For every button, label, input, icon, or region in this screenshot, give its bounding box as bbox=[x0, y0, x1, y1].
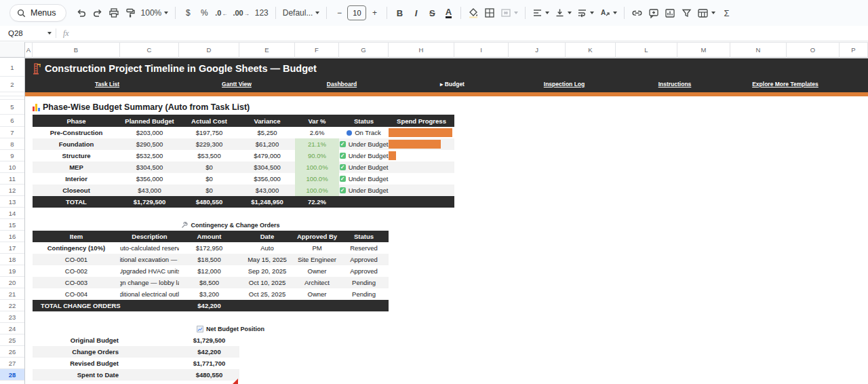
undo-button[interactable] bbox=[73, 4, 90, 22]
banner-cell[interactable]: Construction Project Timeline in Google … bbox=[25, 58, 868, 92]
bold-button[interactable]: B bbox=[391, 4, 408, 22]
nav-task-list[interactable]: Task List bbox=[95, 81, 119, 88]
row-header-14[interactable]: 14 bbox=[0, 208, 24, 219]
row-header-24[interactable]: 24 bbox=[0, 323, 24, 334]
text-wrap-button[interactable] bbox=[574, 4, 597, 22]
budget-summary-table: Phase Planned Budget Actual Cost Varianc… bbox=[33, 115, 454, 208]
row-header-13[interactable]: 13 bbox=[0, 196, 24, 208]
column-header-D[interactable]: D bbox=[179, 42, 239, 58]
row-header-9[interactable]: 9 bbox=[0, 150, 24, 161]
column-header-M[interactable]: M bbox=[677, 42, 730, 58]
under-budget-icon: ✓ bbox=[340, 164, 346, 170]
net-position-title[interactable]: Net Budget Position bbox=[136, 323, 326, 334]
format-currency-button[interactable]: $ bbox=[180, 4, 196, 22]
row-header-23[interactable]: 23 bbox=[0, 311, 24, 323]
row-header-5[interactable]: 5 bbox=[0, 100, 24, 115]
strikethrough-button[interactable]: S bbox=[424, 4, 440, 22]
nav-instructions[interactable]: Instructions bbox=[658, 81, 692, 88]
table-views-icon bbox=[697, 8, 709, 18]
row-header-25[interactable]: 25 bbox=[0, 334, 24, 346]
row-header-15[interactable]: 15 bbox=[0, 219, 24, 231]
zoom-selector[interactable]: 100% bbox=[138, 4, 172, 22]
spend-progress-bar bbox=[389, 151, 396, 160]
name-box[interactable]: Q28 bbox=[0, 29, 52, 37]
menus-button[interactable]: Menus bbox=[9, 4, 66, 22]
row-header-21[interactable]: 21 bbox=[0, 288, 24, 300]
row-header-27[interactable]: 27 bbox=[0, 358, 24, 369]
column-headers: ABCDEFGHIJKLMNOP bbox=[25, 42, 868, 58]
column-header-H[interactable]: H bbox=[389, 42, 454, 58]
row-header-19[interactable]: 19 bbox=[0, 265, 24, 277]
insert-chart-button[interactable] bbox=[662, 4, 678, 22]
row-header-6[interactable]: 6 bbox=[0, 115, 24, 127]
more-formats-button[interactable]: 123 bbox=[252, 4, 271, 22]
column-header-L[interactable]: L bbox=[616, 42, 677, 58]
row-header-28[interactable]: 28 bbox=[0, 369, 24, 381]
divider bbox=[624, 7, 625, 19]
column-header-F[interactable]: F bbox=[295, 42, 339, 58]
increase-font-size-button[interactable]: + bbox=[366, 4, 382, 22]
nav-budget-active[interactable]: ▸ Budget bbox=[440, 81, 465, 88]
nav-gantt-view[interactable]: Gantt View bbox=[222, 81, 252, 88]
row-header-8[interactable]: 8 bbox=[0, 138, 24, 150]
chevron-down-icon bbox=[514, 12, 518, 14]
column-header-I[interactable]: I bbox=[454, 42, 509, 58]
italic-button[interactable]: I bbox=[408, 4, 424, 22]
row-header-18[interactable]: 18 bbox=[0, 254, 24, 265]
fill-color-button[interactable] bbox=[465, 4, 481, 22]
change-orders-title[interactable]: Contingency & Change Orders bbox=[136, 219, 326, 231]
column-header-G[interactable]: G bbox=[339, 42, 389, 58]
text-color-button[interactable]: A bbox=[440, 4, 456, 22]
increase-decimal-button[interactable]: .00→ bbox=[230, 4, 252, 22]
insert-comment-button[interactable] bbox=[646, 4, 662, 22]
paint-roller-icon bbox=[125, 7, 136, 18]
column-header-B[interactable]: B bbox=[33, 42, 120, 58]
row-header-1[interactable]: 1 bbox=[0, 58, 24, 77]
budget-summary-title[interactable]: Phase-Wise Budget Summary (Auto from Tas… bbox=[33, 100, 250, 115]
row-header-2[interactable]: 2 bbox=[0, 77, 24, 92]
font-selector[interactable]: Defaul... bbox=[280, 4, 323, 22]
column-header-E[interactable]: E bbox=[239, 42, 295, 58]
table-views-button[interactable] bbox=[694, 4, 718, 22]
column-header-C[interactable]: C bbox=[120, 42, 179, 58]
nav-dashboard[interactable]: Dashboard bbox=[327, 81, 357, 88]
select-all-corner[interactable] bbox=[0, 42, 25, 58]
column-header-A[interactable]: A bbox=[25, 42, 33, 58]
format-percent-button[interactable]: % bbox=[196, 4, 212, 22]
paint-format-button[interactable] bbox=[122, 4, 138, 22]
row-header-16[interactable]: 16 bbox=[0, 231, 24, 242]
nav-inspection-log[interactable]: Inspection Log bbox=[544, 81, 585, 88]
column-header-K[interactable]: K bbox=[566, 42, 616, 58]
vertical-align-button[interactable] bbox=[552, 4, 574, 22]
row-header-11[interactable]: 11 bbox=[0, 173, 24, 185]
column-header-P[interactable]: P bbox=[840, 42, 868, 58]
search-icon bbox=[17, 9, 26, 18]
under-budget-icon: ✓ bbox=[340, 176, 346, 182]
nav-explore-templates[interactable]: Explore More Templates bbox=[752, 81, 818, 88]
row-header-10[interactable]: 10 bbox=[0, 161, 24, 173]
spend-progress-bar bbox=[389, 140, 441, 149]
row-header-12[interactable]: 12 bbox=[0, 185, 24, 196]
insert-link-button[interactable] bbox=[629, 4, 646, 22]
row-header-26[interactable]: 26 bbox=[0, 346, 24, 358]
functions-button[interactable]: Σ bbox=[718, 4, 734, 22]
font-size-input[interactable]: 10 bbox=[347, 5, 366, 20]
text-rotation-button[interactable]: A bbox=[597, 4, 620, 22]
horizontal-align-button[interactable] bbox=[530, 4, 552, 22]
column-header-N[interactable]: N bbox=[730, 42, 787, 58]
row-header-20[interactable]: 20 bbox=[0, 277, 24, 288]
column-header-J[interactable]: J bbox=[509, 42, 566, 58]
row-header-22[interactable]: 22 bbox=[0, 300, 24, 311]
decrease-decimal-button[interactable]: .0← bbox=[212, 4, 230, 22]
create-filter-button[interactable] bbox=[678, 4, 694, 22]
borders-button[interactable] bbox=[481, 4, 498, 22]
undo-icon bbox=[76, 7, 87, 18]
bar-chart-icon bbox=[33, 104, 40, 111]
redo-button[interactable] bbox=[90, 4, 106, 22]
row-header-7[interactable]: 7 bbox=[0, 127, 24, 138]
print-button[interactable] bbox=[106, 4, 122, 22]
column-header-O[interactable]: O bbox=[787, 42, 840, 58]
row-header-17[interactable]: 17 bbox=[0, 242, 24, 254]
decrease-font-size-button[interactable]: − bbox=[331, 4, 347, 22]
merge-cells-button[interactable] bbox=[498, 4, 521, 22]
